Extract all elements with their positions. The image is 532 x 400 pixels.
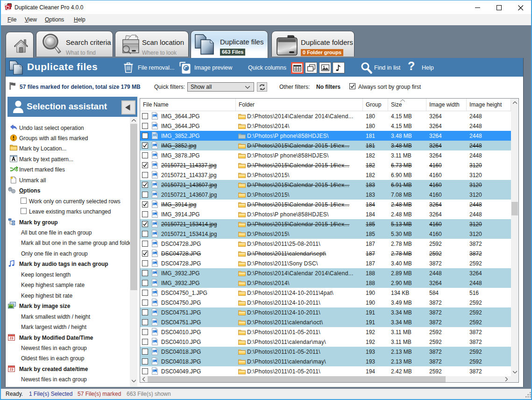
svg-text:23: 23 bbox=[10, 368, 14, 371]
svg-text:23: 23 bbox=[10, 336, 14, 340]
